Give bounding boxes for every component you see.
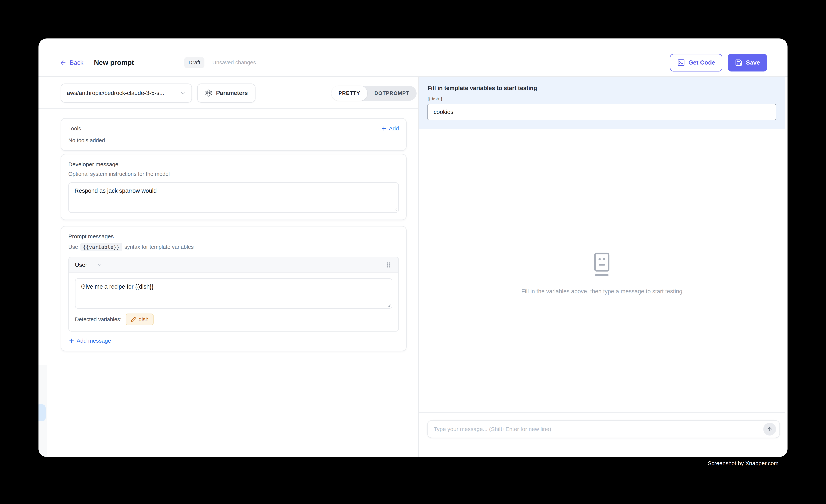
chat-message-input[interactable]	[434, 426, 763, 432]
message-block: User Give me a recipe for {{dish}}	[68, 257, 399, 331]
test-pane: Fill in template variables to start test…	[418, 77, 787, 457]
grip-vertical-icon[interactable]	[385, 261, 392, 269]
parameters-button[interactable]: Parameters	[197, 83, 255, 103]
save-label: Save	[746, 59, 760, 66]
toggle-pretty[interactable]: PRETTY	[331, 86, 367, 101]
add-tool-label: Add	[389, 125, 399, 132]
variable-hint-prefix: Use	[68, 244, 78, 250]
developer-message-title: Developer message	[68, 161, 399, 168]
view-mode-toggle: PRETTY DOTPROMPT	[331, 86, 417, 101]
terminal-icon	[677, 59, 685, 67]
variable-chip-label: dish	[138, 316, 149, 323]
plus-icon	[381, 125, 387, 132]
message-header: User	[69, 257, 398, 273]
developer-message-subtitle: Optional system instructions for the mod…	[68, 171, 399, 177]
prompt-messages-card: Prompt messages Use {{variable}} syntax …	[61, 226, 407, 351]
screen-background: Back New prompt Draft Unsaved changes Ge…	[0, 0, 826, 504]
unsaved-changes-text: Unsaved changes	[212, 60, 256, 66]
editor-pane: aws/anthropic/bedrock-claude-3-5-s... Pa…	[39, 77, 418, 457]
chat-empty-state: Fill in the variables above, then type a…	[419, 252, 785, 295]
chevron-down-icon	[180, 90, 186, 96]
page-title: New prompt	[94, 59, 134, 67]
save-button[interactable]: Save	[728, 54, 767, 71]
message-textarea[interactable]: Give me a recipe for {{dish}}	[75, 278, 392, 309]
template-variables-title: Fill in template variables to start test…	[427, 85, 776, 91]
save-icon	[735, 59, 743, 66]
toolbar-divider	[39, 108, 418, 109]
header-actions: Get Code Save	[670, 54, 767, 71]
variable-dish-input[interactable]	[427, 104, 776, 120]
send-arrow-icon	[766, 426, 773, 432]
gear-icon	[205, 89, 212, 97]
parameters-label: Parameters	[216, 90, 248, 97]
variable-hint-suffix: syntax for template variables	[124, 244, 194, 250]
get-code-label: Get Code	[689, 59, 715, 66]
variable-chip-dish[interactable]: dish	[126, 314, 154, 325]
back-label: Back	[70, 59, 83, 66]
add-message-label: Add message	[76, 337, 111, 344]
model-select-value: aws/anthropic/bedrock-claude-3-5-s...	[67, 90, 164, 97]
plus-icon	[68, 337, 75, 344]
send-button[interactable]	[763, 423, 776, 436]
model-select[interactable]: aws/anthropic/bedrock-claude-3-5-s...	[61, 83, 192, 103]
template-variables-panel: Fill in template variables to start test…	[419, 77, 785, 129]
prompt-messages-title: Prompt messages	[68, 233, 399, 240]
background-sidebar-active-item	[39, 404, 46, 421]
add-message-button[interactable]: Add message	[68, 337, 399, 344]
developer-message-textarea[interactable]: Respond as jack sparrow would	[68, 182, 399, 213]
variable-token: {{variable}}	[80, 243, 122, 251]
get-code-button[interactable]: Get Code	[670, 54, 722, 71]
watermark-text: Screenshot by Xnapper.com	[708, 460, 778, 466]
chat-input-divider	[419, 412, 785, 413]
tools-title: Tools	[68, 126, 81, 132]
tools-empty-text: No tools added	[68, 137, 399, 143]
header: Back New prompt Draft Unsaved changes Ge…	[39, 39, 787, 77]
chevron-down-icon	[97, 262, 103, 268]
pencil-icon	[131, 317, 136, 322]
bot-icon	[591, 252, 612, 277]
detected-variables-label: Detected variables:	[75, 316, 121, 323]
chat-input-bar	[427, 420, 780, 438]
chat-empty-text: Fill in the variables above, then type a…	[521, 288, 683, 295]
developer-message-card: Developer message Optional system instru…	[61, 154, 407, 220]
app-window: Back New prompt Draft Unsaved changes Ge…	[39, 39, 787, 457]
role-select-value: User	[75, 262, 87, 268]
role-select[interactable]: User	[75, 262, 103, 268]
detected-variables-row: Detected variables: dish	[75, 314, 392, 325]
message-body: Give me a recipe for {{dish}} Detected v…	[69, 273, 398, 331]
variable-dish-label: {{dish}}	[427, 96, 776, 102]
back-button[interactable]: Back	[60, 59, 83, 66]
add-tool-button[interactable]: Add	[381, 125, 399, 132]
status-badge: Draft	[184, 57, 204, 68]
toggle-dotprompt[interactable]: DOTPROMPT	[367, 86, 417, 101]
back-arrow-icon	[60, 59, 67, 66]
tools-card: Tools Add No tools added	[61, 118, 407, 151]
